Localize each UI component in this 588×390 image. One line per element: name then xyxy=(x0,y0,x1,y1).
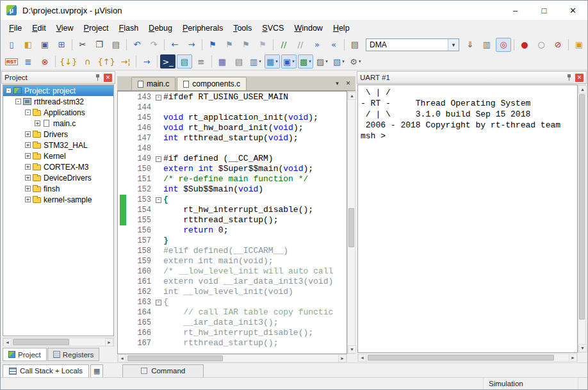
call-stack-locals-tab[interactable]: Call Stack + Locals xyxy=(3,364,89,378)
tree-expander-icon[interactable]: - xyxy=(25,110,31,115)
scroll-track[interactable] xyxy=(366,354,569,361)
tree-item-devicedrivers[interactable]: +DeviceDrivers xyxy=(3,172,113,183)
code-line[interactable]: 153-{ xyxy=(118,195,347,205)
scroll-thumb[interactable] xyxy=(127,355,223,361)
panel-tab-registers[interactable]: Registers xyxy=(47,348,100,361)
project-hscrollbar[interactable]: ◄ ► xyxy=(3,337,114,346)
scroll-track[interactable] xyxy=(348,100,355,345)
uart-hscrollbar[interactable]: ◄ ► xyxy=(357,353,578,362)
step-out-icon[interactable]: {↑} xyxy=(96,54,116,69)
pin-icon[interactable] xyxy=(566,74,573,81)
toggle-bookmark-icon[interactable]: ⚑ xyxy=(205,38,220,52)
scroll-thumb[interactable] xyxy=(348,208,354,247)
scroll-thumb[interactable] xyxy=(579,94,585,320)
menu-file[interactable]: File xyxy=(4,22,27,35)
tree-expander-icon[interactable]: + xyxy=(25,186,31,191)
editor-tab-menu-icon[interactable] xyxy=(332,78,343,89)
save-icon[interactable]: ▣ xyxy=(37,38,53,52)
copy-icon[interactable]: ❐ xyxy=(92,38,107,52)
nav-back-icon[interactable]: ← xyxy=(167,38,183,52)
prev-bookmark-icon[interactable]: ⚑ xyxy=(222,38,237,52)
editor-tab-main-c[interactable]: main.c xyxy=(131,77,176,90)
menu-project[interactable]: Project xyxy=(79,22,114,35)
cut-icon[interactable]: ✂ xyxy=(75,38,90,52)
tree-item-finsh[interactable]: +finsh xyxy=(3,183,113,194)
code-line[interactable]: 147int rtthread_startup(void); xyxy=(118,133,347,143)
tree-expander-icon[interactable]: + xyxy=(25,164,31,170)
spy-window-icon[interactable]: ▣ xyxy=(571,38,587,52)
stop-icon[interactable]: ⊗ xyxy=(37,54,53,69)
code-line[interactable]: 164 // call IAR table copy functic xyxy=(118,307,347,318)
code-line[interactable]: 157} xyxy=(118,236,347,246)
code-line[interactable]: 159extern int main(void); xyxy=(118,256,347,266)
clear-bookmarks-icon[interactable]: ⚑ xyxy=(255,38,270,52)
command-window-tab[interactable]: Command xyxy=(122,364,204,378)
target-options-icon[interactable]: ▥ xyxy=(479,38,494,52)
code-line[interactable]: 165 __iar_data_init3(); xyxy=(118,318,347,328)
scroll-left-button[interactable]: ◄ xyxy=(3,338,12,346)
target-select-combo[interactable]: DMA xyxy=(366,38,459,51)
tree-item-drivers[interactable]: +Drivers xyxy=(3,129,113,140)
code-line[interactable]: 143-#ifdef RT_USING_USER_MAIN xyxy=(118,92,347,102)
tree-item-project-project[interactable]: -Project: project xyxy=(3,85,113,96)
uart-content[interactable]: \ | /- RT - Thread Operating System / | … xyxy=(357,85,578,353)
scroll-thumb[interactable] xyxy=(368,355,554,361)
scroll-track[interactable] xyxy=(126,355,338,362)
tree-expander-icon[interactable]: + xyxy=(25,142,31,148)
maximize-button[interactable]: □ xyxy=(530,1,559,20)
code-line[interactable]: 152int $Sub$$main(void) xyxy=(118,184,347,195)
registers-window-icon[interactable]: ▦ xyxy=(215,54,230,69)
fold-marker-icon[interactable]: - xyxy=(156,300,161,305)
watch-windows-icon[interactable]: ▥▾ xyxy=(248,54,263,69)
editor-tab-close-icon[interactable] xyxy=(343,78,354,89)
toolbox-icon[interactable]: ⚙▾ xyxy=(348,54,363,69)
uncomment-icon[interactable]: // xyxy=(293,38,308,52)
show-next-statement-icon[interactable]: ≣ xyxy=(20,54,36,69)
tree-expander-icon[interactable]: + xyxy=(25,197,31,202)
menu-tools[interactable]: Tools xyxy=(228,22,257,35)
find-in-files-icon[interactable]: ◎ xyxy=(496,38,511,52)
pin-icon[interactable] xyxy=(95,74,101,81)
run-to-cursor-icon[interactable]: →¦ xyxy=(118,54,133,69)
scroll-right-button[interactable]: ► xyxy=(338,354,347,362)
step-over-icon[interactable]: ∩ xyxy=(79,54,95,69)
indent-icon[interactable]: » xyxy=(309,38,325,52)
menu-peripherals[interactable]: Peripherals xyxy=(177,22,228,35)
trace-windows-icon[interactable]: ▨▾ xyxy=(314,54,330,69)
code-line[interactable]: 145void rt_application_init(void); xyxy=(118,113,347,123)
disable-breakpoint-icon[interactable]: ○ xyxy=(534,38,549,52)
code-line[interactable]: 151/* re-define main function */ xyxy=(118,174,347,184)
tree-item-kernel-sample[interactable]: +kernel-sample xyxy=(3,194,113,205)
editor-tab-components-c[interactable]: components.c xyxy=(177,77,247,90)
scroll-down-button[interactable]: ▼ xyxy=(578,344,587,352)
project-panel-close-icon[interactable]: ✕ xyxy=(104,74,112,82)
tree-item-stm32-hal[interactable]: +STM32_HAL xyxy=(3,140,113,150)
scroll-up-button[interactable]: ▲ xyxy=(578,85,587,93)
tree-expander-icon[interactable]: + xyxy=(25,131,31,137)
fold-marker-icon[interactable]: - xyxy=(156,197,161,203)
code-line[interactable]: 150extern int $Super$$main(void); xyxy=(118,164,347,174)
code-area[interactable]: 143-#ifdef RT_USING_USER_MAIN144145void … xyxy=(117,91,347,354)
tree-item-applications[interactable]: -Applications xyxy=(3,107,113,118)
code-line[interactable]: 158#elif defined(__ICCARM__) xyxy=(118,246,347,256)
system-viewer-icon[interactable]: ▧▾ xyxy=(331,54,347,69)
code-line[interactable]: 154 rt_hw_interrupt_disable(); xyxy=(118,205,347,215)
panel-tab-project[interactable]: Project xyxy=(3,348,47,361)
code-line[interactable]: 144 xyxy=(118,102,347,113)
save-all-icon[interactable]: ⊞ xyxy=(54,38,69,52)
menu-view[interactable]: View xyxy=(51,22,79,35)
scroll-track[interactable] xyxy=(12,338,105,346)
scroll-track[interactable] xyxy=(578,93,585,344)
code-line[interactable]: 160/* __low_level_init will auto call xyxy=(118,266,347,277)
code-line[interactable]: 155 rtthread_startup(); xyxy=(118,215,347,225)
resize-grip[interactable] xyxy=(578,378,587,389)
tree-expander-icon[interactable]: - xyxy=(15,99,21,104)
uart-panel-close-icon[interactable]: ✕ xyxy=(575,74,584,82)
menu-svcs[interactable]: SVCS xyxy=(257,22,289,35)
scroll-thumb[interactable] xyxy=(13,339,69,345)
menu-debug[interactable]: Debug xyxy=(143,22,177,35)
tree-item-cortex-m3[interactable]: +CORTEX-M3 xyxy=(3,161,113,172)
minimize-button[interactable]: – xyxy=(501,1,530,20)
code-line[interactable]: 148 xyxy=(118,143,347,154)
menu-window[interactable]: Window xyxy=(289,22,327,35)
